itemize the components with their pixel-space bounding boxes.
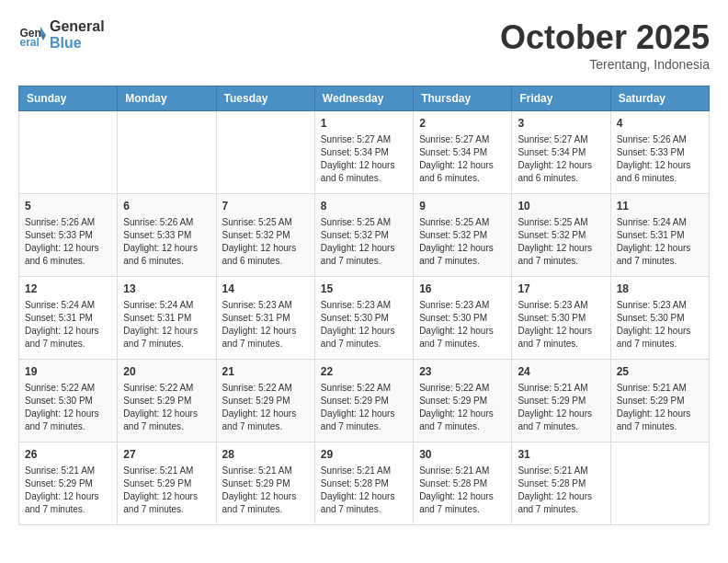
day-number: 2 xyxy=(419,116,506,132)
calendar-cell: 11Sunrise: 5:24 AM Sunset: 5:31 PM Dayli… xyxy=(610,194,709,277)
calendar-header-tuesday: Tuesday xyxy=(216,86,314,111)
day-number: 25 xyxy=(617,364,703,380)
calendar-week-3: 12Sunrise: 5:24 AM Sunset: 5:31 PM Dayli… xyxy=(19,277,710,360)
calendar-cell: 30Sunrise: 5:21 AM Sunset: 5:28 PM Dayli… xyxy=(414,442,512,525)
calendar-week-2: 5Sunrise: 5:26 AM Sunset: 5:33 PM Daylig… xyxy=(19,194,710,277)
day-info: Sunrise: 5:26 AM Sunset: 5:33 PM Dayligh… xyxy=(25,216,111,268)
day-info: Sunrise: 5:22 AM Sunset: 5:29 PM Dayligh… xyxy=(321,382,407,433)
day-number: 7 xyxy=(222,199,309,214)
day-info: Sunrise: 5:22 AM Sunset: 5:29 PM Dayligh… xyxy=(222,382,309,433)
day-number: 16 xyxy=(419,282,506,297)
calendar-cell xyxy=(118,111,216,194)
day-number: 30 xyxy=(419,447,506,463)
day-info: Sunrise: 5:27 AM Sunset: 5:34 PM Dayligh… xyxy=(518,133,604,185)
day-info: Sunrise: 5:23 AM Sunset: 5:30 PM Dayligh… xyxy=(321,299,407,350)
calendar-cell: 3Sunrise: 5:27 AM Sunset: 5:34 PM Daylig… xyxy=(512,111,610,194)
calendar-cell xyxy=(216,111,314,194)
day-info: Sunrise: 5:23 AM Sunset: 5:30 PM Dayligh… xyxy=(518,299,604,350)
calendar-header-thursday: Thursday xyxy=(414,86,512,111)
calendar-cell: 18Sunrise: 5:23 AM Sunset: 5:30 PM Dayli… xyxy=(610,277,709,360)
day-number: 15 xyxy=(321,282,407,297)
calendar-cell: 2Sunrise: 5:27 AM Sunset: 5:34 PM Daylig… xyxy=(414,111,512,194)
svg-text:eral: eral xyxy=(20,36,40,49)
logo-text-blue: Blue xyxy=(50,35,105,52)
day-info: Sunrise: 5:24 AM Sunset: 5:31 PM Dayligh… xyxy=(25,299,111,350)
calendar-week-4: 19Sunrise: 5:22 AM Sunset: 5:30 PM Dayli… xyxy=(19,360,710,442)
day-number: 9 xyxy=(419,199,506,214)
logo-text-general: General xyxy=(50,18,105,35)
calendar-table: SundayMondayTuesdayWednesdayThursdayFrid… xyxy=(18,86,710,525)
day-info: Sunrise: 5:21 AM Sunset: 5:29 PM Dayligh… xyxy=(123,465,210,516)
day-info: Sunrise: 5:22 AM Sunset: 5:29 PM Dayligh… xyxy=(419,382,506,433)
calendar-cell: 28Sunrise: 5:21 AM Sunset: 5:29 PM Dayli… xyxy=(216,442,314,525)
day-info: Sunrise: 5:25 AM Sunset: 5:32 PM Dayligh… xyxy=(222,216,309,268)
day-info: Sunrise: 5:21 AM Sunset: 5:29 PM Dayligh… xyxy=(617,382,703,433)
day-number: 22 xyxy=(321,364,407,380)
calendar-cell: 1Sunrise: 5:27 AM Sunset: 5:34 PM Daylig… xyxy=(314,111,413,194)
day-number: 11 xyxy=(617,199,703,214)
day-info: Sunrise: 5:23 AM Sunset: 5:30 PM Dayligh… xyxy=(617,299,703,350)
calendar-cell xyxy=(19,111,118,194)
day-info: Sunrise: 5:21 AM Sunset: 5:28 PM Dayligh… xyxy=(321,465,407,516)
day-number: 23 xyxy=(419,364,506,380)
calendar-cell: 25Sunrise: 5:21 AM Sunset: 5:29 PM Dayli… xyxy=(610,360,709,442)
calendar-cell: 22Sunrise: 5:22 AM Sunset: 5:29 PM Dayli… xyxy=(314,360,413,442)
day-info: Sunrise: 5:22 AM Sunset: 5:29 PM Dayligh… xyxy=(123,382,210,433)
day-number: 14 xyxy=(222,282,309,297)
day-info: Sunrise: 5:21 AM Sunset: 5:29 PM Dayligh… xyxy=(222,465,309,516)
day-number: 31 xyxy=(518,447,604,463)
calendar-cell: 31Sunrise: 5:21 AM Sunset: 5:28 PM Dayli… xyxy=(512,442,610,525)
calendar-cell: 4Sunrise: 5:26 AM Sunset: 5:33 PM Daylig… xyxy=(610,111,709,194)
day-info: Sunrise: 5:21 AM Sunset: 5:28 PM Dayligh… xyxy=(518,465,604,516)
calendar-header-sunday: Sunday xyxy=(19,86,118,111)
day-number: 21 xyxy=(222,364,309,380)
calendar-cell: 5Sunrise: 5:26 AM Sunset: 5:33 PM Daylig… xyxy=(19,194,118,277)
day-number: 6 xyxy=(123,199,210,214)
day-number: 4 xyxy=(617,116,703,132)
day-number: 29 xyxy=(321,447,407,463)
day-number: 8 xyxy=(321,199,407,214)
day-number: 26 xyxy=(25,447,111,463)
calendar-cell: 13Sunrise: 5:24 AM Sunset: 5:31 PM Dayli… xyxy=(118,277,216,360)
day-number: 27 xyxy=(123,447,210,463)
day-info: Sunrise: 5:27 AM Sunset: 5:34 PM Dayligh… xyxy=(419,133,506,185)
calendar-cell: 21Sunrise: 5:22 AM Sunset: 5:29 PM Dayli… xyxy=(216,360,314,442)
day-number: 19 xyxy=(25,364,111,380)
day-info: Sunrise: 5:25 AM Sunset: 5:32 PM Dayligh… xyxy=(518,216,604,268)
day-number: 3 xyxy=(518,116,604,132)
day-number: 28 xyxy=(222,447,309,463)
calendar-header-row: SundayMondayTuesdayWednesdayThursdayFrid… xyxy=(19,86,710,111)
svg-marker-3 xyxy=(40,35,46,40)
calendar-cell: 24Sunrise: 5:21 AM Sunset: 5:29 PM Dayli… xyxy=(512,360,610,442)
calendar-cell: 14Sunrise: 5:23 AM Sunset: 5:31 PM Dayli… xyxy=(216,277,314,360)
logo-icon: Gen eral xyxy=(18,21,46,49)
calendar-cell: 19Sunrise: 5:22 AM Sunset: 5:30 PM Dayli… xyxy=(19,360,118,442)
day-number: 17 xyxy=(518,282,604,297)
calendar-cell: 12Sunrise: 5:24 AM Sunset: 5:31 PM Dayli… xyxy=(19,277,118,360)
day-info: Sunrise: 5:21 AM Sunset: 5:29 PM Dayligh… xyxy=(518,382,604,433)
day-info: Sunrise: 5:22 AM Sunset: 5:30 PM Dayligh… xyxy=(25,382,111,433)
day-number: 20 xyxy=(123,364,210,380)
day-info: Sunrise: 5:21 AM Sunset: 5:29 PM Dayligh… xyxy=(25,465,111,516)
svg-marker-2 xyxy=(40,27,46,35)
calendar-cell: 9Sunrise: 5:25 AM Sunset: 5:32 PM Daylig… xyxy=(414,194,512,277)
day-number: 18 xyxy=(617,282,703,297)
calendar-cell xyxy=(610,442,709,525)
page-header: Gen eral General Blue October 2025 Teren… xyxy=(18,18,710,72)
location-subtitle: Terentang, Indonesia xyxy=(500,57,710,72)
day-number: 5 xyxy=(25,199,111,214)
day-number: 13 xyxy=(123,282,210,297)
day-number: 10 xyxy=(518,199,604,214)
logo: Gen eral General Blue xyxy=(18,18,105,51)
day-number: 24 xyxy=(518,364,604,380)
calendar-cell: 15Sunrise: 5:23 AM Sunset: 5:30 PM Dayli… xyxy=(314,277,413,360)
calendar-cell: 7Sunrise: 5:25 AM Sunset: 5:32 PM Daylig… xyxy=(216,194,314,277)
title-block: October 2025 Terentang, Indonesia xyxy=(500,18,710,72)
calendar-cell: 20Sunrise: 5:22 AM Sunset: 5:29 PM Dayli… xyxy=(118,360,216,442)
day-number: 1 xyxy=(321,116,407,132)
day-number: 12 xyxy=(25,282,111,297)
calendar-cell: 6Sunrise: 5:26 AM Sunset: 5:33 PM Daylig… xyxy=(118,194,216,277)
calendar-header-saturday: Saturday xyxy=(610,86,709,111)
calendar-cell: 10Sunrise: 5:25 AM Sunset: 5:32 PM Dayli… xyxy=(512,194,610,277)
month-title: October 2025 xyxy=(500,18,710,57)
